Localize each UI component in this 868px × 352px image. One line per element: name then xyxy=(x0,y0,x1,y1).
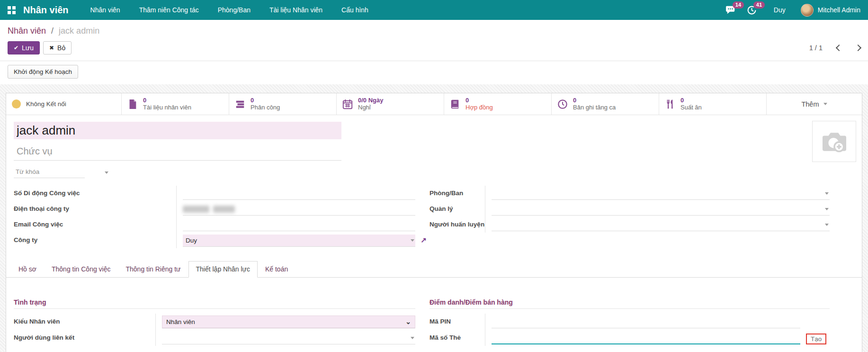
breadcrumb-parent-link[interactable]: Nhân viên xyxy=(8,26,46,36)
chevron-down-icon[interactable] xyxy=(825,192,829,195)
nav-menu-departments[interactable]: Phòng/Ban xyxy=(218,6,251,14)
related-user-field[interactable] xyxy=(162,332,415,344)
user-name: Mitchell Admin xyxy=(818,6,860,14)
stat-button-row: Không Kết nối 0 Tài liệu nhân viên 0 Phâ… xyxy=(6,93,862,115)
badge-id-label: Mã số Thẻ xyxy=(430,330,485,346)
tags-input[interactable] xyxy=(14,167,85,178)
pager-next-icon[interactable] xyxy=(855,45,861,51)
user-menu[interactable]: Mitchell Admin xyxy=(796,4,860,17)
attendance-group: Mã PIN Mã số Thẻ Tạo xyxy=(430,314,830,346)
stat-contracts-button[interactable]: 0 Hợp đồng xyxy=(444,93,552,115)
employee-name-input[interactable] xyxy=(14,122,341,139)
tab-hr-settings[interactable]: Thiết lập Nhân lực xyxy=(188,261,258,278)
form-view-background: Không Kết nối 0 Tài liệu nhân viên 0 Phâ… xyxy=(0,84,868,352)
attendance-group-title: Điểm danh/Điểm bán hàng xyxy=(430,298,830,309)
launch-plan-button[interactable]: Khởi động Kế hoạch xyxy=(8,65,78,79)
chevron-down-icon[interactable] xyxy=(825,224,829,226)
employee-type-label: Kiểu Nhân viên xyxy=(14,314,156,330)
control-panel-buttons: ✔ Lưu ✖ Bỏ 1 / 1 xyxy=(0,37,868,61)
internal-link-icon[interactable]: ↗ xyxy=(421,236,427,244)
discard-button[interactable]: ✖ Bỏ xyxy=(43,41,72,54)
select-chevron-icon: ⌄ xyxy=(405,318,411,325)
generate-badge-button[interactable]: Tạo xyxy=(806,334,826,344)
app-brand[interactable]: Nhân viên xyxy=(23,5,69,16)
tab-resume[interactable]: Hồ sơ xyxy=(11,261,44,278)
stat-time-off-button[interactable]: 0/0 Ngày Nghỉ xyxy=(337,93,444,115)
chevron-down-icon[interactable] xyxy=(825,208,829,210)
attendance-pos-section: Điểm danh/Điểm bán hàng Mã PIN Mã số Thẻ… xyxy=(430,298,830,346)
chevron-down-icon xyxy=(823,103,827,105)
pin-code-label: Mã PIN xyxy=(430,314,485,330)
coach-field[interactable] xyxy=(492,219,830,231)
manager-label: Quản lý xyxy=(430,201,485,217)
employee-type-select[interactable]: Nhân viên ⌄ xyxy=(162,316,415,328)
employee-photo-upload[interactable] xyxy=(812,121,856,162)
job-position-input[interactable] xyxy=(14,144,341,161)
messages-badge: 14 xyxy=(733,1,744,9)
work-phone-label: Điện thoại công ty xyxy=(14,201,177,217)
status-group-title: Tình trạng xyxy=(14,298,415,309)
cutlery-icon xyxy=(665,99,675,109)
related-user-label: Người dùng liên kết xyxy=(14,330,156,346)
work-mobile-label: Số Di động Công việc xyxy=(14,186,177,201)
status-group: Kiểu Nhân viên Nhân viên ⌄ Người dùng li… xyxy=(14,314,415,346)
tab-private-information[interactable]: Thông tin Riêng tư xyxy=(118,261,188,278)
list-icon xyxy=(235,99,245,109)
apps-menu-icon[interactable] xyxy=(8,6,16,14)
contact-right-group: Phòng/Ban Quản lý Người huấn luyện xyxy=(430,186,830,233)
badge-id-input[interactable] xyxy=(492,332,800,344)
pager-previous-icon[interactable] xyxy=(836,45,842,51)
stat-planning-button[interactable]: 0 Phân công xyxy=(229,93,337,115)
more-stats-dropdown[interactable]: Thêm xyxy=(767,93,862,115)
pin-code-input[interactable] xyxy=(492,316,800,328)
activities-badge: 41 xyxy=(753,1,765,9)
breadcrumb: Nhân viên / jack admin xyxy=(0,20,868,37)
book-icon xyxy=(450,99,460,109)
calendar-icon xyxy=(342,99,353,109)
nav-menu-configuration[interactable]: Cấu hình xyxy=(341,6,368,14)
nav-menu-documents[interactable]: Tài liệu Nhân viên xyxy=(269,6,322,14)
stat-meals-button[interactable]: 0 Suất ăn xyxy=(659,93,767,115)
notebook-tabs: Hồ sơ Thông tin Công việc Thông tin Riên… xyxy=(6,261,862,278)
work-email-input[interactable] xyxy=(183,219,415,231)
tab-work-information[interactable]: Thông tin Công việc xyxy=(44,261,118,278)
cross-icon: ✖ xyxy=(49,45,54,51)
tab-accounting[interactable]: Kế toán xyxy=(258,261,295,278)
company-switcher[interactable]: Duy xyxy=(774,6,786,14)
chevron-down-icon[interactable] xyxy=(411,239,414,242)
chevron-down-icon[interactable] xyxy=(411,337,414,339)
coach-label: Người huấn luyện xyxy=(430,217,485,233)
work-phone-input[interactable] xyxy=(183,203,415,216)
breadcrumb-separator: / xyxy=(51,26,54,36)
redacted-phone-value xyxy=(213,206,235,213)
breadcrumb-current: jack admin xyxy=(59,26,99,36)
file-icon xyxy=(127,99,138,109)
department-field[interactable] xyxy=(492,188,830,200)
form-sheet: Không Kết nối 0 Tài liệu nhân viên 0 Phâ… xyxy=(6,93,862,352)
form-body: Số Di động Công việc Điện thoại công ty … xyxy=(6,115,862,250)
tags-dropdown-icon[interactable] xyxy=(105,171,108,174)
camera-plus-icon xyxy=(821,130,848,153)
user-avatar xyxy=(801,4,814,17)
top-navbar: Nhân viên Nhân viên Thâm niên Công tác P… xyxy=(0,0,868,20)
contact-left-group: Số Di động Công việc Điện thoại công ty … xyxy=(14,186,415,248)
manager-field[interactable] xyxy=(492,203,830,216)
nav-menu-seniority[interactable]: Thâm niên Công tác xyxy=(139,6,199,14)
statusbar-actions: Khởi động Kế hoạch xyxy=(0,61,868,84)
messages-icon[interactable]: 14 xyxy=(726,5,736,15)
work-email-label: Email Công việc xyxy=(14,217,177,233)
activities-icon[interactable]: 41 xyxy=(747,5,757,15)
department-label: Phòng/Ban xyxy=(430,186,485,201)
nav-menu-employees[interactable]: Nhân viên xyxy=(90,6,120,14)
status-dot-icon xyxy=(12,99,21,108)
stat-connection-status[interactable]: Không Kết nối xyxy=(6,93,122,115)
clock-icon xyxy=(557,99,568,109)
company-label: Công ty xyxy=(14,233,177,248)
work-mobile-input[interactable] xyxy=(183,188,415,200)
stat-documents-button[interactable]: 0 Tài liệu nhân viên xyxy=(122,93,229,115)
pager-counter: 1 / 1 xyxy=(809,44,823,52)
save-button[interactable]: ✔ Lưu xyxy=(8,41,40,54)
redacted-phone-value xyxy=(183,206,209,213)
company-field[interactable]: Duy ↗ xyxy=(183,235,415,247)
stat-overtime-button[interactable]: 0 Bản ghi tăng ca xyxy=(552,93,659,115)
